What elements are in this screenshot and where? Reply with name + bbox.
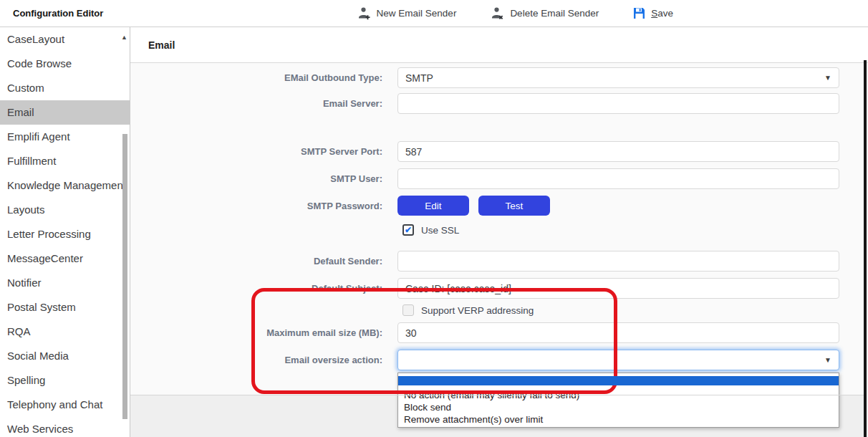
sidebar-item-rqa[interactable]: RQA: [0, 320, 130, 344]
oversize-action-row: Email oversize action: No action (email …: [130, 350, 868, 370]
smtp-user-row: SMTP User:: [130, 168, 868, 189]
sidebar-item-letter-processing[interactable]: Letter Processing: [0, 222, 130, 246]
sidebar-item-code-browse[interactable]: Code Browse: [0, 52, 130, 76]
default-sender-label: Default Sender:: [130, 256, 391, 266]
smtp-password-edit-button[interactable]: Edit: [397, 196, 469, 216]
chevron-down-icon: [824, 356, 831, 364]
panel-header: Email: [130, 27, 868, 63]
chevron-down-icon: [824, 74, 831, 82]
main-content: Email EMail Outbound Type: SMTP Email Se…: [130, 27, 868, 437]
oversize-action-select[interactable]: [397, 350, 839, 370]
outbound-type-select[interactable]: SMTP: [397, 67, 839, 88]
new-email-sender-button[interactable]: New Email Sender: [357, 6, 457, 20]
default-subject-row: Default Subject: Case ID: [case.case_id]: [130, 278, 868, 299]
sidebar-item-knowledge-management[interactable]: Knowledge Management: [0, 173, 130, 198]
sidebar-item-emplifi-agent[interactable]: Emplifi Agent: [0, 125, 130, 149]
delete-email-sender-button[interactable]: Delete Email Sender: [491, 6, 599, 20]
smtp-port-label: SMTP Server Port:: [130, 146, 391, 157]
use-ssl-row: Use SSL: [130, 224, 868, 236]
sidebar-item-messagecenter[interactable]: MessageCenter: [0, 246, 130, 271]
outbound-type-row: EMail Outbound Type: SMTP: [130, 67, 868, 88]
smtp-password-test-button[interactable]: Test: [478, 196, 550, 216]
email-server-input[interactable]: [397, 93, 839, 114]
toolbar: New Email Sender Delete Email Sender: [357, 6, 673, 20]
email-server-label: Email Server:: [130, 98, 391, 109]
smtp-user-label: SMTP User:: [130, 173, 391, 184]
sidebar-item-web-services[interactable]: Web Services: [0, 417, 130, 437]
window-title: Configuration Editor: [13, 8, 103, 19]
smtp-port-input[interactable]: 587: [397, 141, 839, 162]
default-sender-input[interactable]: [397, 251, 839, 272]
use-ssl-label: Use SSL: [421, 225, 459, 236]
use-ssl-checkbox[interactable]: [402, 224, 414, 236]
max-email-size-label: Maximum email size (MB):: [130, 327, 391, 338]
oversize-action-label: Email oversize action:: [130, 355, 391, 365]
window-right-edge: [864, 60, 867, 437]
save-button[interactable]: Save: [633, 7, 673, 19]
sidebar-item-spelling[interactable]: Spelling: [0, 368, 130, 393]
sidebar: CaseLayout Code Browse Custom Email Empl…: [0, 27, 130, 437]
sidebar-item-fulfillment[interactable]: Fulfillment: [0, 149, 130, 173]
dropdown-option-block-send[interactable]: Block send: [398, 401, 839, 413]
sidebar-item-postal-system[interactable]: Postal System: [0, 295, 130, 320]
smtp-port-row: SMTP Server Port: 587: [130, 141, 868, 162]
default-sender-row: Default Sender:: [130, 251, 868, 272]
oversize-action-dropdown-list: No action (email may silently fail to se…: [397, 373, 839, 428]
max-email-size-row: Maximum email size (MB): 30: [130, 322, 868, 343]
verp-label: Support VERP addressing: [421, 305, 534, 316]
person-add-icon: [357, 6, 371, 20]
delete-email-sender-label: Delete Email Sender: [510, 8, 599, 19]
outbound-type-value: SMTP: [405, 72, 433, 84]
sidebar-item-custom[interactable]: Custom: [0, 76, 130, 100]
configuration-editor-window: Configuration Editor New Email Sender: [0, 0, 868, 437]
new-email-sender-label: New Email Sender: [377, 8, 457, 19]
outbound-type-label: EMail Outbound Type:: [130, 72, 391, 83]
smtp-password-row: SMTP Password: Edit Test: [130, 196, 868, 216]
save-label: Save: [651, 8, 673, 19]
save-floppy-icon: [633, 7, 645, 19]
smtp-user-input[interactable]: [397, 168, 839, 189]
person-remove-icon: [491, 6, 504, 20]
sidebar-scrollbar-thumb[interactable]: [122, 134, 127, 419]
verp-row: Support VERP addressing: [130, 304, 868, 316]
email-server-row: Email Server:: [130, 93, 868, 114]
sidebar-item-layouts[interactable]: Layouts: [0, 198, 130, 222]
default-subject-input[interactable]: Case ID: [case.case_id]: [397, 278, 839, 299]
default-subject-label: Default Subject:: [130, 283, 391, 294]
max-email-size-input[interactable]: 30: [397, 322, 839, 343]
top-bar: Configuration Editor New Email Sender: [0, 0, 868, 27]
dropdown-option-remove-attachments[interactable]: Remove attachment(s) over limit: [398, 413, 839, 426]
verp-checkbox[interactable]: [402, 304, 414, 316]
sidebar-scroll-up-icon[interactable]: [121, 34, 127, 41]
sidebar-item-notifier[interactable]: Notifier: [0, 271, 130, 295]
sidebar-item-caselayout[interactable]: CaseLayout: [0, 27, 130, 52]
sidebar-item-email[interactable]: Email: [0, 100, 130, 125]
email-senders-divider: [130, 395, 864, 395]
dropdown-option-blank-highlighted[interactable]: [398, 376, 839, 385]
sidebar-item-telephony-and-chat[interactable]: Telephony and Chat: [0, 393, 130, 417]
smtp-password-label: SMTP Password:: [130, 201, 391, 211]
sidebar-item-social-media[interactable]: Social Media: [0, 344, 130, 368]
